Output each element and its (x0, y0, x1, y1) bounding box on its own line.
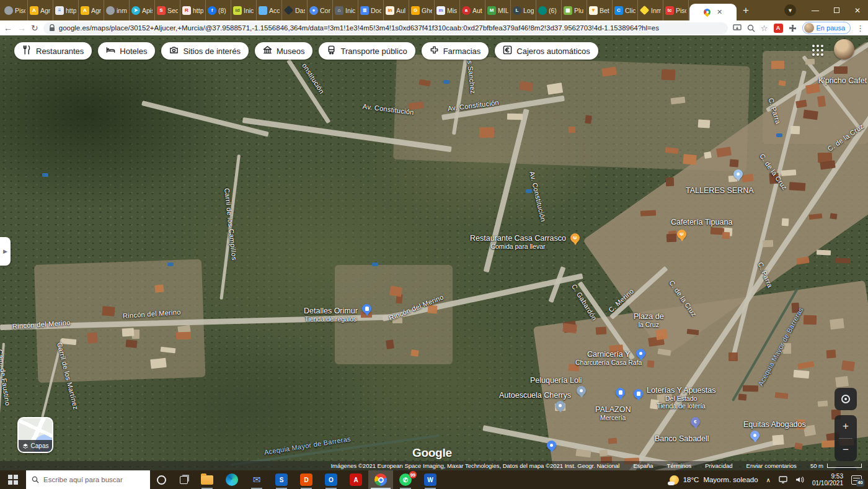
tab-apis-5[interactable]: ➤Apis (130, 0, 155, 20)
chip-transit[interactable]: Transporte público (319, 42, 415, 60)
tab-agr-3[interactable]: AAgr (79, 0, 104, 20)
tab-cor-12[interactable]: ●Cor (308, 0, 333, 20)
attribution-link[interactable]: Términos (667, 462, 692, 469)
lens-search-icon[interactable] (747, 24, 755, 32)
reload-button[interactable]: ↻ (31, 24, 38, 32)
bookmark-star-icon[interactable]: ☆ (761, 24, 768, 32)
map-poi-label[interactable]: Equitas Abogados (743, 420, 806, 429)
map-pin-fork[interactable]: Ψ (677, 230, 686, 239)
map-poi-label[interactable]: Banco Sabadell (655, 434, 709, 443)
forward-button[interactable]: → (17, 24, 26, 32)
cortana-button[interactable] (150, 470, 172, 489)
tab-aut-18[interactable]: aAut (460, 0, 485, 20)
map-pin-dot[interactable] (547, 441, 556, 450)
map-pin-dot[interactable] (577, 386, 586, 395)
map-poi-label[interactable]: PALAZONMercería (595, 405, 631, 421)
map-poi-label[interactable]: Autoescuela Cherrys (499, 391, 571, 400)
taskbar-app-mail[interactable]: ✉ (244, 470, 269, 489)
taskbar-app-file-explorer[interactable] (195, 470, 219, 489)
chip-hotel[interactable]: Hoteles (98, 42, 155, 60)
extensions-puzzle-icon[interactable] (789, 24, 797, 32)
attribution-link[interactable]: Enviar comentarios (746, 462, 797, 469)
taskbar-app-app-d[interactable]: D (294, 470, 319, 489)
tab-http-2[interactable]: ≡http (53, 0, 79, 20)
my-location-button[interactable] (835, 388, 857, 410)
taskbar-app-chrome[interactable] (368, 470, 393, 489)
map-pin-sq[interactable] (362, 304, 371, 313)
close-button[interactable]: ✕ (847, 0, 868, 20)
weather-widget[interactable]: 18°C Mayorm. soleado (670, 475, 758, 485)
map-canvas[interactable]: onstituciónAv. ConstituciónAv. Constituc… (0, 35, 868, 470)
tab-bet-23[interactable]: ▼Bet (587, 0, 613, 20)
side-panel-expand-button[interactable]: ▶ (0, 237, 11, 266)
tab-inic-9[interactable]: idInic (231, 0, 257, 20)
tab-inm-4[interactable]: inm (104, 0, 130, 20)
taskbar-search-input[interactable]: Escribe aquí para buscar (26, 470, 150, 489)
tab-sec-6[interactable]: SSec (155, 0, 180, 20)
tray-overflow-chevron[interactable]: ∧ (766, 477, 771, 483)
tab-pisc-0[interactable]: Pisc (2, 0, 28, 20)
start-button[interactable] (0, 470, 26, 489)
map-poi-label[interactable]: Peluquería Loli (530, 376, 582, 385)
tab-http-7[interactable]: Rhttp (180, 0, 206, 20)
map-pin-dot[interactable] (733, 169, 743, 179)
map-poi-label[interactable]: Restaurante Casa CarrascoComida para lle… (470, 234, 566, 250)
map-poi-label[interactable]: Carnicería YCharcutería Casa Rafa (575, 350, 642, 366)
tab-8-8[interactable]: f(8) (206, 0, 231, 20)
tab-pisc-26[interactable]: tcPisc (663, 0, 689, 20)
map-pin-dot[interactable] (636, 349, 645, 358)
tab-inic-13[interactable]: ⌂Inic (333, 0, 358, 20)
map-poi-label[interactable]: Cafetería Tipuana (671, 218, 732, 227)
map-poi-label[interactable]: Plaza dela Cruz (634, 312, 664, 328)
tab-clic-24[interactable]: CClic (613, 0, 638, 20)
chip-attraction[interactable]: Sitios de interés (161, 42, 249, 60)
chip-atm[interactable]: Cajeros automáticos (495, 42, 598, 60)
restore-button[interactable] (826, 0, 847, 20)
tab-ghe-16[interactable]: GGhe (409, 0, 435, 20)
task-view-button[interactable] (172, 470, 195, 489)
map-poi-label[interactable]: Detalles OrimurTienda de regalos (304, 307, 358, 323)
chip-restaurant[interactable]: Restaurantes (14, 42, 92, 60)
new-tab-button[interactable]: + (737, 2, 755, 19)
network-icon[interactable] (779, 476, 787, 483)
taskbar-app-edge[interactable] (219, 470, 244, 489)
google-apps-grid-icon[interactable] (812, 45, 823, 56)
attribution-link[interactable]: España (633, 462, 653, 469)
map-pin-dot[interactable] (556, 401, 565, 410)
map-pin-fork[interactable]: Ψ (570, 233, 580, 243)
back-button[interactable]: ← (4, 24, 12, 32)
volume-icon[interactable] (795, 476, 804, 483)
map-poi-label[interactable]: K'pricho Cafet (818, 76, 867, 85)
tab-log-20[interactable]: LLog (511, 0, 536, 20)
tab-search-button[interactable]: ▼ (784, 4, 796, 16)
taskbar-app-outlook[interactable]: O (319, 470, 343, 489)
browser-menu-icon[interactable]: ⋮ (856, 24, 864, 32)
zoom-in-button[interactable]: + (835, 415, 857, 438)
taskbar-app-whatsapp[interactable]: ✆99 (393, 470, 418, 489)
action-center-icon[interactable]: 40 (851, 475, 862, 485)
map-pin-sq[interactable] (616, 388, 625, 397)
taskbar-app-acrobat[interactable]: A (343, 470, 368, 489)
chip-museum[interactable]: Museos (255, 42, 313, 60)
account-avatar[interactable] (834, 39, 854, 60)
tab-acc-10[interactable]: Acc (257, 0, 282, 20)
tab-das-11[interactable]: Das (282, 0, 308, 20)
taskbar-clock[interactable]: 9:53 01/10/2021 (812, 473, 843, 487)
tab-6-21[interactable]: (6) (536, 0, 562, 20)
layers-button[interactable]: Capas (17, 417, 53, 453)
acrobat-extension-icon[interactable]: A (774, 24, 783, 33)
chip-pharmacy[interactable]: Farmacias (422, 42, 489, 60)
tab-agr-1[interactable]: AAgr (28, 0, 53, 20)
send-to-device-icon[interactable] (733, 24, 742, 32)
tab-mis-17[interactable]: mMis (435, 0, 460, 20)
taskbar-app-word[interactable]: W (418, 470, 443, 489)
taskbar-app-app-s[interactable]: S (269, 470, 294, 489)
zoom-out-button[interactable]: − (835, 439, 857, 462)
map-poi-label[interactable]: Loterías Y ApuestasDel EstadoTienda de l… (647, 386, 715, 410)
minimize-button[interactable]: — (805, 0, 826, 20)
map-poi-label[interactable]: TALLERES SERNA (686, 186, 754, 195)
address-bar[interactable]: google.es/maps/place/30152+Aljucer,+Murc… (43, 22, 728, 34)
tab-close-icon[interactable]: ✕ (717, 8, 722, 16)
attribution-link[interactable]: Privacidad (705, 462, 732, 469)
tab-aul-15[interactable]: inAul (384, 0, 409, 20)
